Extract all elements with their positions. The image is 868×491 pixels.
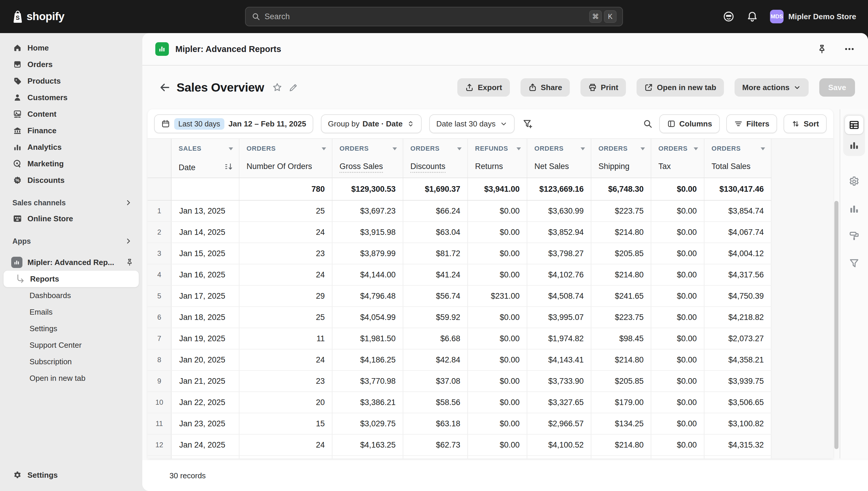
group-by-select[interactable]: Group by Date · Date	[321, 114, 422, 133]
table-cell: $63.04	[403, 222, 468, 243]
rename-button[interactable]	[288, 82, 299, 92]
search-input[interactable]: Search ⌘ K	[245, 7, 623, 26]
table-row[interactable]: 2Jan 14, 202524$3,915.98$63.04$0.00$3,85…	[148, 222, 771, 243]
column-menu-icon[interactable]	[693, 147, 699, 151]
table-row[interactable]: 7Jan 19, 202511$1,981.50$6.68$0.00$1,974…	[148, 328, 771, 349]
row-number-header	[148, 139, 171, 178]
column-header-gross-sales[interactable]: ORDERS Gross Sales	[332, 139, 403, 178]
save-button[interactable]: Save	[819, 78, 855, 96]
date-range-picker[interactable]: Last 30 days Jan 12 – Feb 11, 2025	[154, 114, 313, 133]
sidebar-item-products[interactable]: Products	[4, 73, 139, 89]
table-row[interactable]: 12Jan 24, 202524$4,163.25$62.73$0.00$4,1…	[148, 434, 771, 456]
columns-button[interactable]: Columns	[659, 114, 720, 133]
table-cell: $3,770.98	[332, 371, 403, 392]
sidebar-item-settings[interactable]: Settings	[4, 467, 139, 483]
sidebar-item-discounts[interactable]: % Discounts	[4, 172, 139, 189]
arrow-left-icon	[159, 82, 170, 93]
table-cell: $3,852.94	[527, 222, 591, 243]
column-menu-icon[interactable]	[580, 147, 585, 151]
scrollbar-thumb[interactable]	[834, 201, 838, 449]
table-cell: $4,054.99	[332, 307, 403, 328]
column-header-tax[interactable]: ORDERS Tax	[651, 139, 704, 178]
open-in-new-tab-button[interactable]: Open in new tab	[637, 78, 724, 96]
sidebar-item-online-store[interactable]: Online Store	[4, 210, 139, 227]
table-row[interactable]: 1Jan 13, 202525$3,697.23$66.24$0.00$3,63…	[148, 200, 771, 222]
chart-view-button[interactable]	[845, 136, 863, 154]
sort-button[interactable]: Sort	[783, 114, 827, 133]
table-row[interactable]: 3Jan 15, 202523$3,879.99$81.72$0.00$3,79…	[148, 243, 771, 264]
apps-header[interactable]: Apps	[4, 233, 139, 249]
column-menu-icon[interactable]	[392, 147, 397, 151]
sidebar-item-analytics[interactable]: Analytics	[4, 139, 139, 155]
sidebar-item-dashboards[interactable]: Dashboards	[4, 287, 139, 304]
sidebar-item-reports[interactable]: Reports	[4, 270, 139, 287]
sidebar-item-mipler-app[interactable]: Mipler: Advanced Rep...	[4, 254, 139, 270]
more-menu-button[interactable]	[844, 44, 855, 55]
add-filter-button[interactable]	[522, 118, 533, 129]
table-search-button[interactable]	[643, 119, 653, 129]
notifications-button[interactable]	[746, 11, 758, 23]
sidebar-item-open-in-new-tab[interactable]: Open in new tab	[4, 370, 139, 386]
sidebar-item-finance[interactable]: Finance	[4, 122, 139, 139]
sidebar-item-app-settings[interactable]: Settings	[4, 320, 139, 337]
inbox-button[interactable]	[723, 11, 735, 23]
column-menu-icon[interactable]	[228, 147, 234, 151]
pin-app-button[interactable]	[817, 44, 827, 54]
column-header-net-sales[interactable]: ORDERS Net Sales	[527, 139, 591, 178]
sidebar-item-content[interactable]: Content	[4, 106, 139, 122]
date-filter-dropdown[interactable]: Date last 30 days	[429, 114, 515, 133]
table-row[interactable]: 5Jan 17, 202529$4,796.48$56.74$231.00$4,…	[148, 285, 771, 307]
table-row[interactable]: 10Jan 22, 202520$3,386.21$58.56$0.00$3,3…	[148, 392, 771, 413]
style-button[interactable]	[848, 230, 860, 242]
store-menu[interactable]: MDS Mipler Demo Store	[770, 10, 856, 23]
print-button[interactable]: Print	[581, 78, 626, 96]
more-actions-button[interactable]: More actions	[735, 78, 809, 96]
column-header-number-of-orders[interactable]: ORDERS Number Of Orders	[239, 139, 332, 178]
table-cell: 23	[239, 371, 332, 392]
vertical-scrollbar[interactable]	[833, 109, 840, 459]
filters-button[interactable]: Filters	[726, 114, 777, 133]
sidebar-item-support-center[interactable]: Support Center	[4, 337, 139, 353]
column-menu-icon[interactable]	[640, 147, 645, 151]
table-cell: $0.00	[468, 371, 527, 392]
sidebar-item-customers[interactable]: Customers	[4, 89, 139, 106]
column-menu-icon[interactable]	[321, 147, 327, 151]
sort-descending-icon[interactable]	[224, 162, 234, 173]
column-header-shipping[interactable]: ORDERS Shipping	[591, 139, 651, 178]
report-settings-button[interactable]	[848, 175, 860, 187]
table-cell: $214.80	[591, 264, 651, 285]
column-menu-icon[interactable]	[760, 147, 766, 151]
column-header-returns[interactable]: REFUNDS Returns	[468, 139, 527, 178]
table-row[interactable]: 6Jan 18, 202525$4,054.99$59.92$0.00$3,99…	[148, 307, 771, 328]
table-row[interactable]: 8Jan 20, 202524$4,186.25$42.84$0.00$4,14…	[148, 349, 771, 371]
chart-settings-button[interactable]	[848, 203, 860, 214]
pin-icon[interactable]	[125, 258, 134, 267]
table-row[interactable]: 9Jan 21, 202523$3,770.98$37.08$0.00$3,73…	[148, 371, 771, 392]
sidebar-item-subscription[interactable]: Subscription	[4, 353, 139, 370]
favorite-button[interactable]	[272, 82, 283, 93]
sidebar-item-home[interactable]: Home	[4, 39, 139, 56]
search-shortcut: ⌘ K	[589, 10, 616, 23]
back-button[interactable]	[159, 82, 170, 93]
share-button[interactable]: Share	[521, 78, 570, 96]
export-button[interactable]: Export	[457, 78, 509, 96]
share-icon	[528, 83, 537, 92]
table-cell: $3,100.82	[704, 413, 771, 434]
table-view-button[interactable]	[845, 116, 863, 134]
table-cell: 24	[239, 222, 332, 243]
shopify-logo[interactable]: S shopify	[12, 10, 64, 23]
column-menu-icon[interactable]	[457, 147, 462, 151]
table-row[interactable]: 11Jan 23, 202515$3,029.75$63.18$0.00$2,9…	[148, 413, 771, 434]
column-header-discounts[interactable]: ORDERS Discounts	[403, 139, 468, 178]
sidebar-item-marketing[interactable]: Marketing	[4, 155, 139, 172]
svg-text:%: %	[16, 178, 19, 182]
column-header-date[interactable]: SALES Date	[171, 139, 239, 178]
sidebar-item-orders[interactable]: Orders	[4, 56, 139, 73]
sidebar-item-emails[interactable]: Emails	[4, 304, 139, 320]
filters-rail-button[interactable]	[848, 258, 860, 269]
column-menu-icon[interactable]	[516, 147, 521, 151]
sales-channels-header[interactable]: Sales channels	[4, 195, 139, 210]
table-row[interactable]: 4Jan 16, 202524$4,144.00$41.24$0.00$4,10…	[148, 264, 771, 285]
table-cell: $231.00	[468, 285, 527, 307]
column-header-total-sales[interactable]: ORDERS Total Sales	[704, 139, 771, 178]
